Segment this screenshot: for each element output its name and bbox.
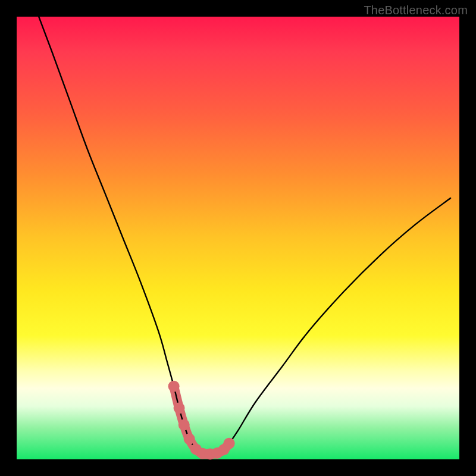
- watermark-text: TheBottleneck.com: [364, 4, 468, 17]
- chart-frame: TheBottleneck.com: [0, 0, 476, 476]
- bottom-marker-dot: [184, 433, 195, 444]
- chart-svg: [17, 17, 459, 459]
- bottom-marker-dot: [174, 402, 185, 414]
- bottom-marker-dot: [168, 381, 180, 392]
- bottom-marker-dot: [178, 419, 190, 430]
- bottom-marker-dot: [224, 438, 235, 449]
- plot-area: [17, 17, 459, 459]
- bottleneck-curve: [39, 17, 450, 454]
